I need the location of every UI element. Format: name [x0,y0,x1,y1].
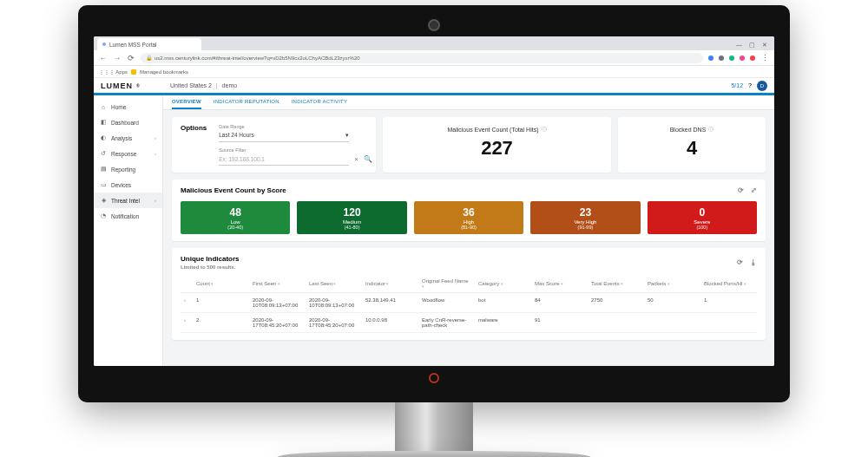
col-first-seen[interactable]: First Seen [249,275,306,293]
browser-tab-title: Lumen MSS Portal [109,42,157,48]
refresh-icon[interactable]: ⟳ [737,258,743,266]
nav-reload-icon[interactable]: ⟳ [127,54,135,62]
metric-events-label: Malicious Event Count (Total Hits) [447,127,538,133]
daterange-select[interactable]: Last 24 Hours ▾ [219,130,349,142]
help-icon[interactable]: ? [748,82,752,88]
maximize-icon[interactable]: ▢ [749,42,755,49]
metric-blocked-card: Blocked DNS ⓘ 4 [618,117,766,173]
expand-row-icon[interactable]: › [181,313,193,333]
tab-indicator-reputation[interactable]: INDICATOR REPUTATION [214,99,279,109]
cell-firstseen: 2020-09- 10T08:09:13+07:00 [249,293,306,313]
brand-logo[interactable]: LUMEN® [101,82,170,90]
download-icon[interactable]: ⭳ [750,258,757,266]
expand-icon[interactable]: ⤢ [751,186,757,194]
browser-tab[interactable]: Lumen MSS Portal [97,38,201,50]
browser-tabbar: Lumen MSS Portal — ▢ ✕ [94,36,774,50]
sidebar-item-analysis[interactable]: ◐ Analysis › [94,130,162,146]
webcam-dot [428,19,440,31]
col-packets[interactable]: Packets [644,275,700,293]
browser-menu-icon[interactable]: ⋮ [760,54,769,62]
cell-maxscore: 84 [531,293,588,313]
bookmarks-bar: ⋮⋮⋮ Apps Managed bookmarks [94,66,774,78]
daterange-label: Date Range [219,124,372,129]
extension-icon[interactable] [740,55,745,61]
score-count: 0 [651,206,753,219]
avatar[interactable]: D [757,81,767,91]
score-count: 23 [534,206,636,219]
score-range: (41-80) [300,225,403,230]
col-count[interactable]: Count [193,275,249,293]
filter-placeholder: Ex: 192.168.100.1 [219,156,265,162]
sidebar-item-devices[interactable]: ▭ Devices [94,177,162,193]
scores-panel: Malicious Event Count by Score ⟳ ⤢ 48 Lo… [172,180,766,241]
clear-icon[interactable]: × [354,155,358,163]
score-high[interactable]: 36 High (81-90) [414,201,523,234]
cell-count: 1 [193,293,249,313]
col-blocked[interactable]: Blocked Ports/Hi [700,275,757,293]
bookmark-folder[interactable]: Managed bookmarks [140,69,188,75]
score-severe[interactable]: 0 Severe (100) [648,201,757,234]
extension-icon[interactable] [729,55,734,61]
score-medium[interactable]: 120 Medium (41-80) [297,201,406,234]
sidebar-item-notification[interactable]: ◔ Notification [94,208,162,224]
chevron-down-icon: ▾ [345,132,349,139]
nav-forward-icon[interactable]: → [113,54,122,62]
cell-blocked: 1 [700,293,757,313]
sidebar-item-label: Devices [111,182,131,188]
tab-overview[interactable]: OVERVIEW [172,99,201,109]
cell-packets [644,313,700,333]
close-icon[interactable]: ✕ [762,42,767,49]
brand-reg: ® [136,83,141,88]
col-maxscore[interactable]: Max Score [531,275,588,293]
sidebar-item-reporting[interactable]: ▤ Reporting [94,161,162,177]
indicators-panel: Unique Indicators Limited to 500 results… [172,248,766,340]
cell-lastseen: 2020-09- 17T08:45:20+07:00 [306,313,362,333]
extension-icon[interactable] [708,55,713,61]
source-filter-input[interactable]: Ex: 192.168.100.1 [219,153,349,166]
nav-back-icon[interactable]: ← [99,54,108,62]
header-count[interactable]: 5/12 [731,82,743,88]
reporting-icon: ▤ [100,166,107,173]
sidebar-item-threat-intel[interactable]: ◈ Threat Intel › [94,193,162,208]
cell-feed: Woodflow [418,293,475,313]
search-icon[interactable]: 🔍 [364,155,372,163]
col-category[interactable]: Category [475,275,531,293]
table-row[interactable]: › 2 2020-09- 17T08:45:20+07:00 2020-09- … [181,313,757,333]
tenant-selector[interactable]: United States 2 | demo [170,82,237,88]
info-icon[interactable]: ⓘ [542,126,547,134]
tenant-region: United States 2 [170,82,212,88]
lock-icon: 🔒 [146,55,152,61]
tabs: OVERVIEW INDICATOR REPUTATION INDICATOR … [163,95,774,110]
url-input[interactable]: 🔒 us2.mss.centurylink.com/#/threat-intel… [141,53,703,63]
sidebar-item-label: Reporting [111,166,135,173]
sidebar-item-dashboard[interactable]: ◧ Dashboard [94,114,162,130]
table-row[interactable]: › 1 2020-09- 10T08:09:13+07:00 2020-09- … [181,293,757,313]
sidebar-item-label: Threat Intel [111,198,140,204]
devices-icon: ▭ [100,181,107,188]
minimize-icon[interactable]: — [736,42,742,49]
col-indicator[interactable]: Indicator [362,275,418,293]
chevron-right-icon: › [155,198,156,203]
bookmark-folder-icon[interactable] [131,69,136,75]
col-feed[interactable]: Original Feed Name [418,275,475,293]
apps-icon[interactable]: ⋮⋮⋮ Apps [99,69,128,75]
expand-row-icon[interactable]: › [181,293,193,313]
score-very-high[interactable]: 23 Very High (91-99) [530,201,640,234]
sidebar-item-home[interactable]: ⌂ Home [94,99,162,114]
extension-icon[interactable] [719,55,724,61]
monitor-frame: Lumen MSS Portal — ▢ ✕ ← → ⟳ 🔒 us2.mss.c… [78,5,790,457]
chevron-right-icon: › [155,151,156,156]
main-content: OVERVIEW INDICATOR REPUTATION INDICATOR … [163,95,774,366]
score-range: (81-90) [418,225,520,230]
extension-icon[interactable] [750,55,755,61]
col-total[interactable]: Total Events [588,275,644,293]
sidebar-item-response[interactable]: ↺ Response › [94,146,162,161]
tenant-name: demo [222,82,238,88]
refresh-icon[interactable]: ⟳ [738,186,744,194]
tab-indicator-activity[interactable]: INDICATOR ACTIVITY [292,99,347,109]
score-count: 48 [184,206,286,219]
score-low[interactable]: 48 Low (20-40) [181,201,290,234]
info-icon[interactable]: ⓘ [708,126,713,134]
sidebar: ⌂ Home ◧ Dashboard ◐ Analysis › ↺ Resp [94,95,163,366]
col-last-seen[interactable]: Last Seen [306,275,362,293]
